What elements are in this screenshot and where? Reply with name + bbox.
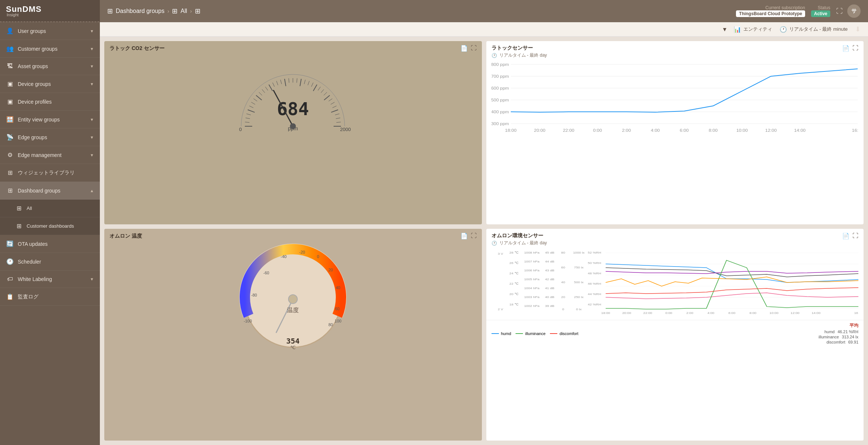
x-label-0600: 6:00 [680, 128, 689, 133]
edge-management-icon: ⚙ [6, 151, 14, 158]
sidebar-label-device-groups: Device groups [18, 81, 86, 87]
legend-discomfort-line [550, 333, 557, 334]
y-label-700: 700 ppm [492, 74, 509, 78]
chevron-icon: ▼ [90, 277, 94, 281]
subscription-badge: ThingsBoard Cloud Prototype [736, 10, 805, 17]
chevron-up-icon: ▲ [90, 188, 94, 193]
env-x-0200: 2:00 [686, 311, 693, 315]
tick [332, 106, 337, 108]
legend-discomfort: discomfort [550, 322, 578, 344]
chevron-icon: ▼ [90, 135, 94, 140]
x-label-2000: 20:00 [534, 128, 545, 133]
legend-illuminance-line [516, 333, 523, 334]
chevron-icon: ▼ [90, 82, 94, 86]
main-content: ⊞ Dashboard groups › ⊞ All › ⊞ Current s… [100, 0, 868, 445]
ratoc-chart-header: ラトックセンサー 🕐 リアルタイム - 最終 day 📄 ⛶ [486, 41, 864, 60]
env-save-icon[interactable]: 📄 [842, 232, 850, 240]
x-label-0400: 4:00 [651, 128, 659, 133]
sidebar-item-user-groups[interactable]: 👤 User groups ▼ [0, 22, 100, 40]
sidebar-sub-label-customer-dashboards: Customer dashboards [27, 223, 94, 229]
sidebar-item-asset-groups[interactable]: 🏗 Asset groups ▼ [0, 58, 100, 75]
env-x-2000: 20:00 [622, 311, 631, 315]
tick [337, 122, 341, 123]
co2-max-label: 2000 [340, 127, 351, 132]
time-button[interactable]: 🕐 リアルタイム - 最終 minute [780, 26, 848, 33]
subscription-info: Current subscription ThingsBoard Cloud P… [736, 5, 805, 17]
avatar[interactable]: サ [847, 4, 861, 18]
y-label-400: 400 ppm [492, 110, 509, 114]
ratoc-chart-title: ラトックセンサー [492, 45, 547, 51]
thermo-gauge-svg: -100 -80 -60 -40 -20 0 20 40 60 80 100 [234, 242, 352, 353]
thermo-expand-icon[interactable]: ⛶ [471, 232, 477, 240]
tick [266, 87, 268, 91]
sidebar-item-white-labeling[interactable]: 🏷 White Labeling ▼ [0, 271, 100, 288]
env-y-42db: 42 dB [545, 278, 554, 281]
sidebar-item-scheduler[interactable]: 🕐 Scheduler [0, 253, 100, 271]
env-y-20: 20 [561, 295, 565, 299]
env-green-line [605, 260, 858, 309]
download-button[interactable]: ⬇ [855, 25, 861, 33]
y-label-500: 500 ppm [492, 98, 509, 102]
ratoc-expand-icon[interactable]: ⛶ [852, 45, 858, 52]
sidebar-item-audit-log[interactable]: 📋 監査ログ [0, 288, 100, 306]
co2-min-label: 0 [239, 127, 242, 132]
chevron-icon: ▼ [90, 47, 94, 51]
sidebar-sub-item-all[interactable]: ⊞ All [0, 200, 100, 217]
entity-button[interactable]: 📊 エンティティ [734, 26, 772, 33]
tick [308, 81, 310, 85]
sidebar-label-dashboard-groups: Dashboard groups [18, 188, 86, 194]
env-y-44rh: 44 %RH [588, 292, 601, 296]
subscription-label: Current subscription [766, 5, 805, 10]
ratoc-chart-line [511, 69, 858, 112]
secondary-bar: ▾ 📊 エンティティ 🕐 リアルタイム - 最終 minute ⬇ [100, 22, 868, 37]
thermo-save-icon[interactable]: 📄 [460, 232, 468, 240]
env-expand-icon[interactable]: ⛶ [852, 232, 858, 240]
tick [311, 83, 313, 87]
tick [281, 80, 282, 84]
avg-discomfort-value: 69.91 [848, 340, 858, 344]
env-x-1000: 10:00 [769, 311, 778, 315]
env-subtitle-text: リアルタイム - 最終 day [499, 240, 547, 246]
sidebar-item-entity-view-groups[interactable]: 🪟 Entity view groups ▼ [0, 111, 100, 128]
tick [245, 122, 250, 123]
tick [313, 84, 317, 91]
sidebar-item-edge-management[interactable]: ⚙ Edge management ▼ [0, 146, 100, 164]
env-y-1005: 1005 hPa [524, 278, 539, 281]
co2-save-icon[interactable]: 📄 [460, 45, 468, 52]
sidebar-sub-item-customer-dashboards[interactable]: ⊞ Customer dashboards [0, 217, 100, 235]
co2-expand-icon[interactable]: ⛶ [471, 45, 477, 52]
ratoc-chart-area: 800 ppm 700 ppm 600 ppm 500 ppm 400 ppm … [486, 60, 864, 140]
env-y-1004: 1004 hPa [524, 287, 539, 290]
sidebar-label-edge-management: Edge management [18, 152, 86, 158]
env-x-0600: 6:00 [728, 311, 735, 315]
env-y-48rh: 48 %RH [588, 272, 601, 275]
sidebar-item-widget-library[interactable]: ⊞ ウィジェットライブラリ [0, 164, 100, 182]
tick [331, 102, 334, 104]
fullscreen-button[interactable]: ⛶ [836, 7, 843, 15]
avg-humd-value: 46.21 %RH [838, 329, 858, 334]
tick [246, 118, 250, 118]
dropdown-icon[interactable]: ▾ [723, 25, 726, 33]
breadcrumb-section-icon: ⊞ [107, 7, 113, 15]
sidebar-item-customer-groups[interactable]: 👥 Customer groups ▼ [0, 40, 100, 58]
legend-illuminance-label: illuminance [525, 331, 546, 336]
thermo-title: オムロン 温度 [109, 233, 142, 240]
env-y-1000lx: 1000 lx [573, 251, 585, 254]
tick [262, 89, 265, 93]
sidebar-item-device-groups[interactable]: ▣ Device groups ▼ [0, 75, 100, 93]
sidebar-item-ota-updates[interactable]: 🔄 OTA updates [0, 235, 100, 253]
co2-icons: 📄 ⛶ [460, 45, 477, 52]
env-y-50rh: 50 %RH [588, 261, 601, 265]
sidebar-item-dashboard-groups[interactable]: ⊞ Dashboard groups ▲ [0, 182, 100, 200]
env-y-52rh: 52 %RH [588, 251, 601, 254]
ratoc-subtitle-text: リアルタイム - 最終 day [499, 52, 547, 58]
tick [285, 79, 286, 86]
env-y-1002: 1002 hPa [524, 304, 539, 308]
env-title: オムロン環境センサー [492, 232, 547, 239]
thermo-body: -100 -80 -60 -40 -20 0 20 40 60 80 100 [104, 242, 482, 357]
customer-groups-icon: 👥 [6, 45, 14, 52]
env-x-1800: 18:00 [601, 311, 610, 315]
sidebar-item-edge-groups[interactable]: 📡 Edge groups ▼ [0, 128, 100, 146]
sidebar-item-device-profiles[interactable]: ▣ Device profiles [0, 93, 100, 111]
ratoc-save-icon[interactable]: 📄 [842, 45, 850, 52]
